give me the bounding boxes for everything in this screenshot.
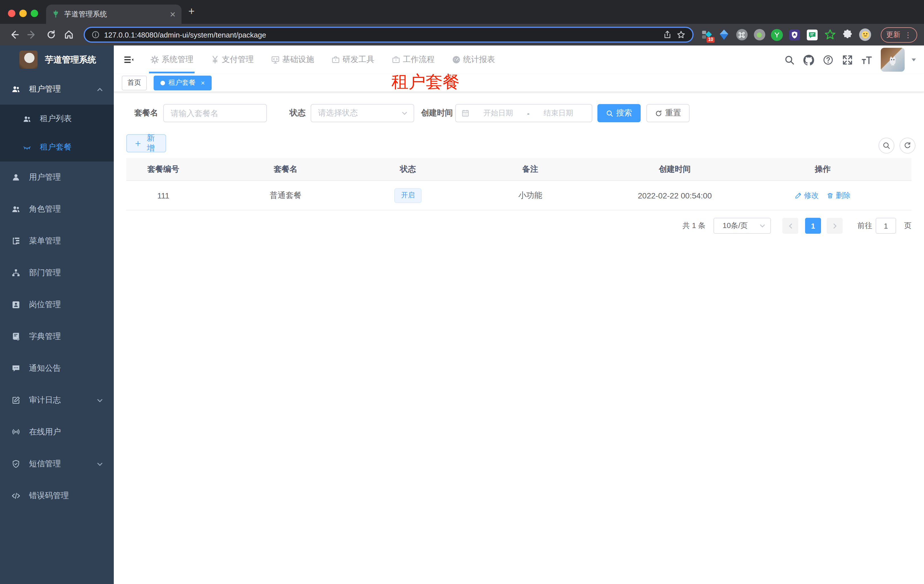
top-menu: 系统管理 支付管理 基础设施 研发工具 (150, 46, 495, 74)
tag-home[interactable]: 首页 (122, 75, 147, 90)
sidebar-item-audit-log[interactable]: 审计日志 (0, 384, 114, 416)
update-label: 更新 (886, 30, 900, 40)
sidebar-item-notice[interactable]: 通知公告 (0, 352, 114, 384)
ext-chat-icon[interactable] (806, 29, 818, 41)
favicon-plant-icon (52, 10, 60, 18)
trash-icon (827, 192, 833, 199)
sidebar-item-online-users[interactable]: 在线用户 (0, 416, 114, 448)
ext-gem-icon[interactable]: 10 (700, 29, 712, 41)
ext-puzzle-icon[interactable] (842, 29, 853, 41)
nav-item-reports[interactable]: 统计报表 (452, 46, 495, 74)
forward-icon[interactable] (27, 30, 37, 40)
minimize-window-button[interactable] (19, 10, 27, 17)
next-page-button[interactable] (827, 218, 843, 234)
sidebar-item-label: 审计日志 (29, 395, 61, 405)
sidebar-item-sms-management[interactable]: 短信管理 (0, 448, 114, 480)
ext-star-icon[interactable] (824, 29, 836, 41)
avatar[interactable] (881, 48, 905, 72)
page-size-select[interactable]: 10条/页 (713, 218, 771, 234)
ext-shield-icon[interactable] (789, 29, 800, 41)
cell-package-id: 111 (126, 191, 200, 200)
nav-item-payment[interactable]: 支付管理 (211, 46, 254, 74)
app-logo[interactable]: 芋道管理系统 (0, 46, 114, 74)
sidebar-item-error-code[interactable]: 错误码管理 (0, 480, 114, 512)
nav-item-infra[interactable]: 基础设施 (271, 46, 314, 74)
prev-page-button[interactable] (782, 218, 798, 234)
sidebar-item-dict-management[interactable]: 字典管理 (0, 321, 114, 352)
ext-emoji-icon[interactable] (859, 29, 871, 41)
nav-item-label: 工作流程 (403, 54, 435, 65)
sidebar-item-tenant-package[interactable]: 租户套餐 (0, 133, 114, 161)
chevron-down-icon (97, 397, 103, 403)
back-icon[interactable] (9, 30, 19, 40)
table-search-toggle-button[interactable] (878, 138, 894, 153)
zoom-window-button[interactable] (31, 10, 38, 17)
status-badge[interactable]: 开启 (394, 188, 422, 203)
status-select[interactable]: 请选择状态 (311, 104, 414, 122)
tab-close-icon[interactable]: ✕ (170, 10, 176, 18)
goto-page-input[interactable] (876, 218, 896, 234)
table-refresh-button[interactable] (899, 138, 916, 153)
reset-button[interactable]: 重置 (646, 104, 690, 122)
new-tab-button[interactable]: + (188, 5, 195, 18)
ext-record-icon[interactable] (753, 29, 765, 41)
ext-badge: 10 (707, 37, 714, 42)
share-icon[interactable] (663, 30, 672, 39)
search-button[interactable]: 搜索 (597, 104, 641, 122)
browser-tab[interactable]: 芋道管理系统 ✕ (46, 5, 182, 24)
broadcast-icon (12, 428, 20, 437)
url-text[interactable]: 127.0.0.1:48080/admin-ui/system/tenant/p… (104, 30, 658, 39)
fullscreen-icon[interactable] (842, 54, 853, 65)
sidebar-item-post-management[interactable]: 岗位管理 (0, 289, 114, 321)
url-bar[interactable]: 127.0.0.1:48080/admin-ui/system/tenant/p… (84, 27, 693, 43)
ext-y-icon[interactable] (771, 29, 783, 41)
sidebar-item-label: 部门管理 (29, 268, 61, 278)
search-button-label: 搜索 (616, 108, 632, 118)
sidebar-item-role-management[interactable]: 角色管理 (0, 193, 114, 225)
sidebar-item-dept-management[interactable]: 部门管理 (0, 257, 114, 289)
search-icon[interactable] (784, 54, 795, 65)
site-info-icon[interactable] (92, 31, 99, 39)
edit-log-icon (12, 396, 20, 405)
sidebar-item-tenant-list[interactable]: 租户列表 (0, 105, 114, 133)
window-controls[interactable] (8, 10, 38, 17)
delete-link[interactable]: 删除 (827, 190, 851, 201)
reload-icon[interactable] (46, 30, 56, 40)
nav-item-devtools[interactable]: 研发工具 (331, 46, 375, 74)
tag-tenant-package[interactable]: 租户套餐 × (153, 75, 212, 90)
browser-menu-icon[interactable]: ⋮ (904, 31, 912, 39)
sidebar-item-tenant-management[interactable]: 租户管理 (0, 74, 114, 105)
page-number-current[interactable]: 1 (805, 218, 821, 234)
close-window-button[interactable] (8, 10, 15, 17)
tag-close-icon[interactable]: × (201, 79, 205, 87)
help-icon[interactable] (823, 54, 833, 65)
caret-down-icon[interactable] (911, 57, 917, 63)
home-icon[interactable] (64, 30, 74, 40)
edit-link[interactable]: 修改 (795, 190, 819, 201)
date-range-picker[interactable]: 开始日期 - 结束日期 (455, 104, 592, 122)
ext-kite-icon[interactable] (718, 29, 730, 41)
github-icon[interactable] (804, 54, 814, 65)
ext-command-icon[interactable] (736, 29, 747, 41)
font-size-icon[interactable] (861, 54, 872, 65)
sidebar-item-user-management[interactable]: 用户管理 (0, 161, 114, 193)
menu-fold-icon[interactable] (124, 54, 134, 65)
lash-icon (23, 143, 31, 151)
package-name-input[interactable] (163, 104, 267, 122)
start-date-placeholder[interactable]: 开始日期 (470, 108, 526, 118)
bookmark-star-icon[interactable] (676, 30, 686, 39)
sidebar-item-label: 短信管理 (29, 459, 61, 469)
add-button[interactable]: 新增 (126, 134, 166, 152)
chrome-update-button[interactable]: 更新 ⋮ (881, 27, 917, 43)
table-row: 111 普通套餐 开启 小功能 2022-02-22 00:54:00 修改 (126, 181, 911, 211)
nav-item-label: 统计报表 (463, 54, 495, 65)
nav-item-system[interactable]: 系统管理 (150, 46, 193, 74)
end-date-placeholder[interactable]: 结束日期 (531, 108, 586, 118)
nav-item-workflow[interactable]: 工作流程 (391, 46, 435, 74)
gear-icon (150, 55, 159, 64)
sidebar-item-menu-management[interactable]: 菜单管理 (0, 225, 114, 257)
status-placeholder: 请选择状态 (318, 108, 401, 118)
yen-icon (211, 55, 219, 64)
tag-label: 首页 (127, 78, 141, 87)
sidebar-item-label: 通知公告 (29, 364, 61, 373)
